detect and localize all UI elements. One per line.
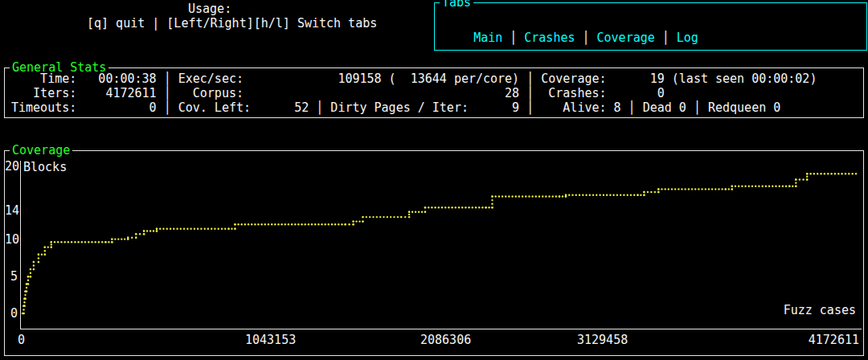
- x-tick: 0: [18, 333, 25, 346]
- tab-coverage[interactable]: Coverage: [597, 31, 655, 45]
- x-tick: 2086306: [420, 333, 471, 346]
- tab-crashes[interactable]: Crashes: [524, 31, 575, 45]
- tabs-panel: Tabs Main│Crashes│Coverage│Log: [434, 2, 867, 51]
- y-tick: 10: [5, 233, 18, 246]
- tab-log[interactable]: Log: [677, 31, 698, 45]
- tab-separator: │: [575, 31, 597, 45]
- stats-row-1: Time: 00:00:38 │ Exec/sec: 109158 ( 1364…: [11, 72, 817, 86]
- x-tick: 3129458: [577, 333, 628, 346]
- general-stats-rows: Time: 00:00:38 │ Exec/sec: 109158 ( 1364…: [11, 72, 817, 115]
- tabs-row: Main│Crashes│Coverage│Log: [444, 16, 698, 59]
- stats-row-2: Iters: 4172611 │ Corpus: 28 │ Crashes: 0: [11, 86, 817, 100]
- fuzzer-tui-screen: { "colors": { "bg": "#000000", "fg": "#f…: [0, 0, 868, 360]
- general-stats-panel: General Stats Time: 00:00:38 │ Exec/sec:…: [4, 68, 864, 118]
- tab-separator: │: [502, 31, 524, 45]
- usage-keys-hint: [q] quit | [Left/Right][h/l] Switch tabs: [87, 16, 377, 31]
- usage-title: Usage:: [188, 2, 231, 16]
- x-axis-line: [20, 329, 862, 329]
- coverage-panel: Coverage Blocks 20 14 10 5 0 Fuzz cases …: [4, 150, 864, 356]
- x-tick: 4172611: [809, 333, 859, 346]
- stats-row-3: Timeouts: 0 │ Cov. Left: 52 │ Dirty Page…: [11, 100, 817, 115]
- x-tick: 1043153: [245, 333, 296, 346]
- tab-main[interactable]: Main: [473, 31, 502, 45]
- y-tick: 14: [5, 204, 18, 217]
- x-axis-label: Fuzz cases: [784, 304, 856, 317]
- y-tick: 20: [5, 160, 18, 173]
- y-tick: 0: [5, 307, 18, 320]
- y-tick: 5: [5, 270, 18, 283]
- coverage-panel-title: Coverage: [10, 143, 72, 158]
- tabs-panel-title: Tabs: [440, 0, 473, 10]
- coverage-plot: [20, 162, 862, 328]
- tab-separator: │: [655, 31, 677, 45]
